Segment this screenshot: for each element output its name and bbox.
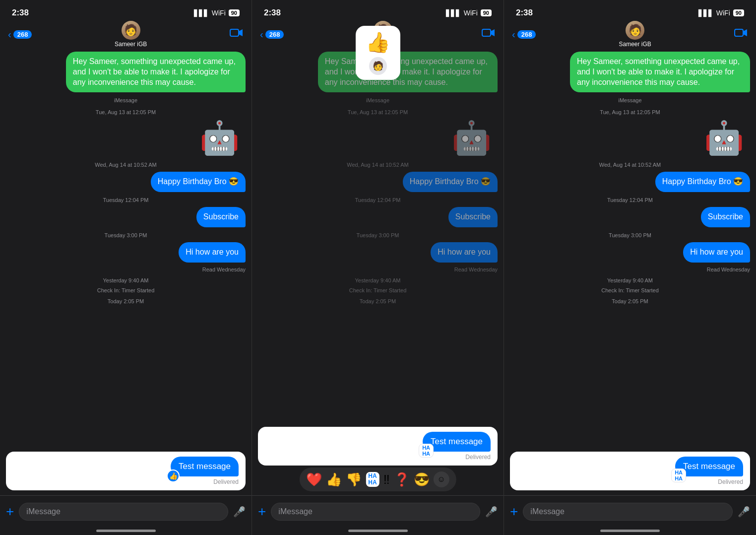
- read-text-left: Read Wednesday: [6, 267, 246, 272]
- back-button-right[interactable]: ‹ 268: [512, 29, 536, 40]
- timestamp1-right: Tue, Aug 13 at 12:05 PM: [510, 109, 750, 115]
- bubble-hi-text-right: Hi how are you: [683, 242, 750, 263]
- input-bar-left: + iMessage 🎤: [0, 495, 252, 535]
- bubble-hi-right: Hi how are you: [510, 242, 750, 263]
- bubble-subscribe-text-right: Subscribe: [701, 207, 750, 227]
- timestamp6-left: Today 2:05 PM: [6, 298, 246, 304]
- chevron-left-icon-middle: ‹: [260, 29, 263, 40]
- test-bubble-inner-right: Test message HAHA: [515, 457, 743, 476]
- tapback-thumbsup[interactable]: 👍: [326, 472, 342, 487]
- mic-button-middle[interactable]: 🎤: [485, 506, 498, 518]
- signal-icon-left: ▋▋▋: [194, 9, 209, 17]
- home-indicator-middle: [348, 530, 408, 532]
- home-indicator-right: [600, 530, 660, 532]
- input-bar-middle: + iMessage 🎤: [252, 495, 504, 535]
- checkin-left: Check In: Timer Started: [6, 287, 246, 293]
- tapback-question[interactable]: ❓: [394, 472, 410, 487]
- tapback-heart[interactable]: ❤️: [306, 472, 322, 487]
- status-bar-middle: 2:38 ▋▋▋ WiFi 90: [252, 0, 504, 22]
- wifi-icon-right: WiFi: [716, 9, 730, 17]
- back-count-right: 268: [517, 30, 536, 39]
- imessage-label-middle: iMessage: [258, 97, 498, 103]
- timestamp1-middle: Tue, Aug 13 at 12:05 PM: [258, 109, 498, 115]
- messages-area-middle: Hey Sameer, something unexpected came up…: [252, 48, 504, 445]
- tapback-thumbsdown[interactable]: 👎: [346, 472, 362, 487]
- avatar-small-popup: 🧑: [369, 57, 387, 75]
- timestamp3-right: Tuesday 12:04 PM: [510, 197, 750, 203]
- messages-area-right: Hey Sameer, something unexpected came up…: [504, 48, 756, 445]
- contact-center-right: 🧑 Sameer iGB: [619, 21, 651, 48]
- imessage-label-left: iMessage: [6, 97, 246, 103]
- mic-button-right[interactable]: 🎤: [738, 506, 750, 518]
- plus-button-left[interactable]: +: [6, 504, 14, 520]
- timestamp3-middle: Tuesday 12:04 PM: [258, 197, 498, 203]
- message-input-left[interactable]: iMessage: [19, 503, 228, 521]
- sticker-middle: 🤖: [258, 119, 498, 157]
- tapback-cool[interactable]: 😎: [414, 472, 430, 487]
- imessage-label-right: iMessage: [510, 97, 750, 103]
- mic-button-left[interactable]: 🎤: [233, 506, 246, 518]
- svg-rect-1: [482, 29, 491, 36]
- input-bar-right: + iMessage 🎤: [504, 495, 756, 535]
- timestamp4-right: Tuesday 3:00 PM: [510, 232, 750, 238]
- status-icons-left: ▋▋▋ WiFi 90: [194, 9, 240, 17]
- back-button-left[interactable]: ‹ 268: [8, 29, 32, 40]
- tapback-keyboard-btn[interactable]: ☺: [434, 471, 449, 487]
- contact-name-left: Sameer iGB: [115, 41, 147, 48]
- status-bar-left: 2:38 ▋▋▋ WiFi 90: [0, 0, 252, 22]
- delivered-left: Delivered: [11, 478, 239, 485]
- bubble-subscribe-middle: Subscribe: [258, 207, 498, 227]
- battery-middle: 90: [481, 9, 492, 16]
- video-button-right[interactable]: [734, 28, 748, 41]
- tapback-haha[interactable]: HAHA: [366, 472, 379, 487]
- bubble-green-left: Hey Sameer, something unexpected came up…: [66, 52, 246, 92]
- back-button-middle[interactable]: ‹ 268: [260, 29, 284, 40]
- sticker-right: 🤖: [510, 119, 750, 157]
- phone-panel-right: 2:38 ▋▋▋ WiFi 90 ‹ 268 🧑 Sameer iGB He: [504, 0, 756, 535]
- timestamp2-middle: Wed, Aug 14 at 10:52 AM: [258, 162, 498, 168]
- bubble-subscribe-text-left: Subscribe: [196, 207, 246, 227]
- contact-name-right: Sameer iGB: [619, 41, 651, 48]
- signal-icon-middle: ▋▋▋: [446, 9, 461, 17]
- status-bar-right: 2:38 ▋▋▋ WiFi 90: [504, 0, 756, 22]
- test-bubble-wrapper-right: Test message HAHA Delivered: [510, 452, 750, 490]
- bubble-subscribe-text-middle: Subscribe: [448, 207, 498, 227]
- status-time-right: 2:38: [516, 8, 533, 18]
- status-icons-right: ▋▋▋ WiFi 90: [698, 9, 744, 17]
- message-input-middle[interactable]: iMessage: [271, 503, 480, 521]
- bubble-green-right: Hey Sameer, something unexpected came up…: [570, 52, 750, 92]
- timestamp5-left: Yesterday 9:40 AM: [6, 277, 246, 283]
- timestamp2-left: Wed, Aug 14 at 10:52 AM: [6, 162, 246, 168]
- signal-icon-right: ▋▋▋: [698, 9, 713, 17]
- bubble-row-green-left: Hey Sameer, something unexpected came up…: [6, 52, 246, 92]
- home-indicator-left: [96, 530, 156, 532]
- wifi-icon-left: WiFi: [212, 9, 226, 17]
- delivered-middle: Delivered: [263, 454, 491, 461]
- nav-bar-right: ‹ 268 🧑 Sameer iGB: [504, 22, 756, 48]
- bubble-green-middle: Hey Sameer, something unexpected came up…: [318, 52, 498, 92]
- bubble-birthday-middle: Happy Birthday Bro 😎: [258, 172, 498, 192]
- contact-center-left: 🧑 Sameer iGB: [115, 21, 147, 48]
- battery-left: 90: [229, 9, 240, 16]
- svg-rect-2: [735, 29, 743, 36]
- chevron-left-icon-left: ‹: [8, 29, 11, 40]
- video-button-left[interactable]: [230, 28, 244, 41]
- timestamp4-left: Tuesday 3:00 PM: [6, 232, 246, 238]
- chevron-left-icon-right: ‹: [512, 29, 515, 40]
- tapback-exclaim[interactable]: ‼️: [383, 472, 390, 487]
- timestamp1-left: Tue, Aug 13 at 12:05 PM: [6, 109, 246, 115]
- video-button-middle[interactable]: [482, 28, 496, 41]
- test-bubble-inner-left: Test message 👍: [11, 457, 239, 476]
- wifi-icon-middle: WiFi: [464, 9, 478, 17]
- timestamp2-right: Wed, Aug 14 at 10:52 AM: [510, 162, 750, 168]
- back-count-middle: 268: [265, 30, 284, 39]
- plus-button-middle[interactable]: +: [258, 504, 266, 520]
- timestamp5-right: Yesterday 9:40 AM: [510, 277, 750, 283]
- test-bubble-wrapper-middle: Test message HAHA Delivered: [258, 427, 498, 466]
- message-input-right[interactable]: iMessage: [523, 503, 733, 521]
- delivered-right: Delivered: [515, 478, 743, 485]
- bubble-birthday-text-middle: Happy Birthday Bro 😎: [403, 172, 498, 192]
- bubble-hi-text-left: Hi how are you: [179, 242, 246, 263]
- plus-button-right[interactable]: +: [510, 504, 518, 520]
- bubble-hi-middle: Hi how are you: [258, 242, 498, 263]
